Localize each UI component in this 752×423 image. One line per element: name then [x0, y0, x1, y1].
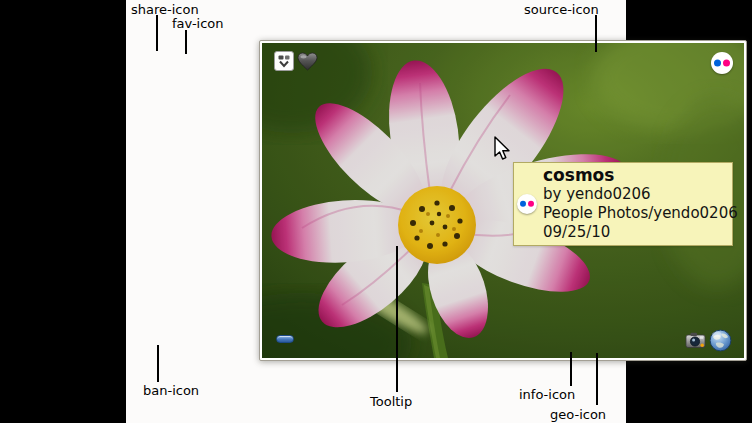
- label-tooltip: Tooltip: [370, 394, 412, 409]
- flickr-blue-dot: [520, 201, 526, 207]
- label-share-icon: share-icon: [131, 2, 199, 17]
- tooltip-photo-date: 09/25/10: [543, 223, 738, 242]
- label-geo-icon: geo-icon: [550, 407, 606, 422]
- label-source-icon: source-icon: [524, 2, 599, 17]
- share-glyph: [277, 54, 291, 68]
- label-fav-icon: fav-icon: [172, 16, 224, 31]
- callout-line-ban: [157, 345, 159, 382]
- geo-icon[interactable]: [709, 329, 732, 352]
- flickr-blue-dot: [714, 59, 721, 66]
- tooltip-photo-title: cosmos: [543, 166, 738, 185]
- callout-line-share: [156, 15, 158, 51]
- source-icon[interactable]: [711, 52, 733, 74]
- flickr-pink-dot: [723, 59, 730, 66]
- globe-glyph: [709, 329, 732, 352]
- ban-icon[interactable]: [276, 335, 294, 343]
- screenshot-content-area: cosmos by yendo0206 People Photos/yendo0…: [126, 0, 626, 423]
- callout-line-fav: [185, 30, 187, 54]
- annotated-screenshot: cosmos by yendo0206 People Photos/yendo0…: [0, 0, 752, 423]
- tooltip-photo-byline: by yendo0206: [543, 185, 738, 204]
- callout-line-tooltip: [396, 246, 398, 392]
- label-info-icon: info-icon: [519, 387, 575, 402]
- photo-tooltip: cosmos by yendo0206 People Photos/yendo0…: [513, 162, 733, 246]
- label-ban-icon: ban-icon: [143, 383, 199, 398]
- camera-glyph: [685, 330, 706, 351]
- callout-line-info: [570, 352, 572, 386]
- heart-glyph: [297, 52, 318, 72]
- flickr-icon: [517, 194, 537, 214]
- fav-icon[interactable]: [297, 52, 318, 72]
- flickr-badge: [711, 52, 733, 74]
- callout-line-geo: [596, 353, 598, 405]
- flickr-pink-dot: [528, 201, 534, 207]
- share-icon[interactable]: [274, 51, 294, 71]
- tooltip-photo-album: People Photos/yendo0206: [543, 204, 738, 223]
- callout-line-source: [595, 15, 597, 52]
- mouse-cursor: [493, 136, 511, 162]
- info-icon[interactable]: [685, 330, 706, 351]
